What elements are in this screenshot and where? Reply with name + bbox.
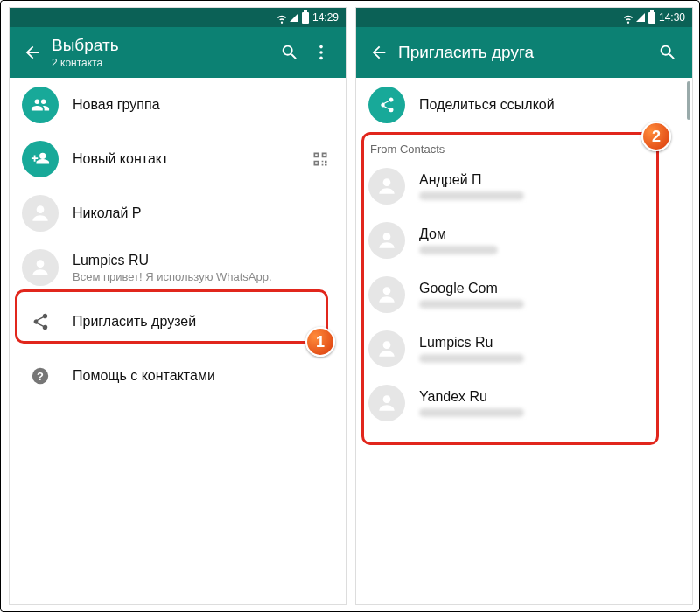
row-contact[interactable]: Lumpics Ru	[356, 322, 692, 376]
row-share-link[interactable]: Поделиться ссылкой	[356, 78, 692, 132]
svg-point-2	[319, 57, 323, 60]
status-time: 14:29	[312, 11, 339, 24]
row-new-contact[interactable]: Новый контакт	[10, 132, 346, 186]
blurred-phone	[419, 300, 524, 309]
app-bar: Выбрать 2 контакта	[10, 27, 346, 78]
phone-right: 14:30 Пригласить друга Поделиться ссылко…	[356, 8, 692, 604]
svg-point-4	[37, 260, 45, 268]
row-contacts-help[interactable]: ? Помощь с контактами	[10, 349, 346, 403]
row-label: Поделиться ссылкой	[419, 97, 680, 113]
row-contact[interactable]: Lumpics RU Всем привет! Я использую What…	[10, 240, 346, 295]
avatar-icon	[368, 276, 405, 313]
share-icon	[368, 87, 405, 123]
search-button[interactable]	[274, 43, 305, 62]
svg-point-3	[37, 205, 45, 213]
row-label: Андрей П	[419, 172, 680, 188]
back-button[interactable]	[365, 43, 393, 62]
row-contact[interactable]: Дом	[356, 213, 692, 268]
battery-icon	[648, 12, 655, 24]
signal-icon	[636, 13, 645, 22]
row-contact[interactable]: Андрей П	[356, 159, 692, 213]
avatar-icon	[368, 222, 405, 259]
row-contact[interactable]: Yandex Ru	[356, 376, 692, 430]
svg-point-11	[383, 395, 391, 403]
qr-icon[interactable]	[307, 150, 333, 168]
section-header: From Contacts	[356, 132, 692, 159]
row-label: Lumpics Ru	[419, 335, 680, 351]
phone-left: 14:29 Выбрать 2 контакта Новая гру	[10, 8, 346, 604]
more-button[interactable]	[305, 43, 337, 62]
svg-point-0	[319, 45, 323, 49]
status-time: 14:30	[659, 11, 685, 24]
help-icon: ?	[22, 358, 59, 394]
blurred-phone	[419, 354, 524, 363]
battery-icon	[302, 12, 309, 24]
row-label: Помощь с контактами	[73, 368, 333, 384]
page-subtitle: 2 контакта	[52, 57, 274, 69]
row-new-group[interactable]: Новая группа	[10, 78, 346, 132]
share-icon	[22, 303, 59, 340]
row-contact[interactable]: Николай Р	[10, 186, 346, 240]
page-title: Выбрать	[52, 36, 274, 55]
svg-text:?: ?	[37, 370, 44, 383]
group-icon	[22, 87, 59, 123]
scrollbar[interactable]	[687, 81, 690, 120]
avatar-icon	[22, 195, 59, 232]
row-label: Yandex Ru	[419, 389, 680, 405]
signal-icon	[290, 13, 298, 22]
avatar-icon	[368, 385, 405, 421]
row-contact[interactable]: Google Com	[356, 268, 692, 322]
app-bar: Пригласить друга	[356, 27, 692, 78]
wifi-icon	[622, 12, 633, 23]
row-label: Lumpics RU	[73, 253, 333, 268]
row-label: Google Com	[419, 281, 680, 296]
svg-point-9	[383, 287, 391, 295]
blurred-phone	[419, 191, 524, 200]
avatar-icon	[22, 249, 59, 286]
add-contact-icon	[22, 141, 59, 177]
row-sublabel: Всем привет! Я использую WhatsApp.	[73, 270, 333, 283]
row-label: Николай Р	[73, 205, 333, 221]
wifi-icon	[276, 12, 286, 23]
blurred-phone	[419, 246, 498, 254]
status-bar: 14:30	[356, 8, 692, 27]
back-button[interactable]	[18, 43, 46, 62]
search-button[interactable]	[652, 43, 683, 62]
status-bar: 14:29	[10, 8, 346, 27]
page-title: Пригласить друга	[398, 43, 652, 62]
row-label: Пригласить друзей	[73, 314, 333, 330]
avatar-icon	[368, 168, 405, 205]
svg-point-10	[383, 341, 391, 349]
content-area: Новая группа Новый контакт Николай Р	[10, 78, 346, 604]
svg-point-1	[319, 51, 323, 54]
svg-point-7	[383, 178, 391, 186]
row-invite-friends[interactable]: Пригласить друзей	[10, 295, 346, 349]
row-label: Новая группа	[73, 97, 333, 113]
blurred-phone	[419, 408, 524, 417]
svg-point-8	[383, 233, 391, 240]
content-area: Поделиться ссылкой From Contacts Андрей …	[356, 78, 692, 604]
row-label: Дом	[419, 226, 680, 242]
avatar-icon	[368, 330, 405, 367]
row-label: Новый контакт	[73, 151, 307, 167]
